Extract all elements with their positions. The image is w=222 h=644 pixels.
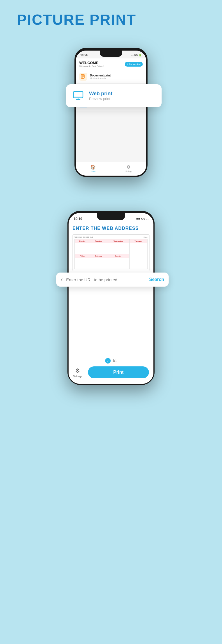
phone1-frame: 10:56 ▪▪▪ 5G 🔋 WELCOME Welcome to East P…: [74, 48, 148, 177]
battery-icon: 🔋: [139, 54, 142, 56]
phone2-section: ‹ Search 10:19 ⠿⠿ 5G ▭ ENTER THE WEB ADD…: [67, 211, 155, 402]
page-indicator: ✓ 1/1: [73, 358, 149, 364]
settings-label: Settings: [73, 375, 82, 378]
col-saturday: Saturday: [90, 254, 107, 258]
tab-home[interactable]: 🏠 Home: [90, 164, 96, 172]
col-monday: Monday: [75, 239, 90, 243]
webprint-text: Web print Preview print: [89, 91, 112, 101]
schedule-container: WEEKLY SCHEDULE Date: Monday Tuesday Wed…: [73, 234, 149, 271]
schedule-header: WEEKLY SCHEDULE Date:: [74, 236, 148, 238]
page-title: PICTURE PRINT: [17, 11, 136, 28]
welcome-text: WELCOME Welcome to East Printer!: [79, 61, 104, 67]
phone2-notch: [97, 213, 125, 220]
webprint-popup: Web print Preview print: [66, 84, 162, 107]
phone2-time: 10:19: [74, 217, 82, 221]
webprint-title: Web print: [89, 91, 112, 97]
enter-web-title: ENTER THE WEB ADDRESS: [73, 226, 149, 231]
setting-icon: ⚙: [126, 164, 130, 170]
schedule-table: Monday Tuesday Wednesday Thursday: [74, 239, 148, 269]
cell-sun: [107, 258, 129, 269]
phone1-notch: [100, 51, 122, 57]
col-empty: [129, 254, 147, 258]
document-sub: Multiple formats: [90, 77, 111, 80]
check-circle-icon: ✓: [105, 358, 111, 364]
tab-home-label: Home: [91, 170, 96, 172]
document-title: Document print: [90, 74, 111, 77]
col-thursday: Thursday: [129, 239, 147, 243]
col-friday: Friday: [75, 254, 90, 258]
schedule-label: WEEKLY SCHEDULE: [74, 236, 93, 238]
cell-fri: [75, 258, 90, 269]
cell-thu: [129, 243, 147, 254]
phone2-bottom: ✓ 1/1 ⚙ Settings Print: [69, 355, 153, 384]
connected-button[interactable]: + Connected: [125, 62, 143, 67]
webprint-subtitle: Preview print: [89, 97, 112, 101]
phone2-content: ENTER THE WEB ADDRESS WEEKLY SCHEDULE Da…: [69, 222, 153, 278]
document-text: Document print Multiple formats: [90, 74, 111, 80]
phone2-status-right: ⠿⠿ 5G ▭: [136, 218, 148, 221]
welcome-heading: WELCOME: [79, 61, 104, 65]
cell-tue: [90, 243, 107, 254]
menu-item-document[interactable]: Document print Multiple formats: [76, 70, 146, 84]
signal-icon: ▪▪▪: [131, 54, 133, 56]
phone1-status-right: ▪▪▪ 5G 🔋: [131, 54, 142, 56]
phone2-frame: 10:19 ⠿⠿ 5G ▭ ENTER THE WEB ADDRESS WEEK…: [67, 211, 155, 385]
col-wednesday: Wednesday: [107, 239, 129, 243]
document-icon: [79, 73, 87, 81]
cell-empty: [129, 258, 147, 269]
phone1-section: Web print Preview print 10:56 ▪▪▪ 5G 🔋 W…: [58, 37, 164, 188]
settings-gear-icon: ⚙: [75, 367, 80, 374]
settings-item[interactable]: ⚙ Settings: [73, 367, 82, 378]
row1: [75, 243, 148, 254]
phone1-tab-bar: 🏠 Home ⚙ Setting: [76, 162, 146, 176]
search-button[interactable]: Search: [149, 277, 164, 282]
page-number: 1/1: [112, 359, 117, 363]
webprint-icon: [72, 89, 85, 102]
cell-sat: [90, 258, 107, 269]
print-button[interactable]: Print: [88, 366, 149, 378]
home-icon: 🏠: [90, 164, 96, 170]
battery2-icon: ▭: [146, 218, 148, 221]
phone2-screen: 10:19 ⠿⠿ 5G ▭ ENTER THE WEB ADDRESS WEEK…: [69, 213, 153, 384]
col-tuesday: Tuesday: [90, 239, 107, 243]
svg-rect-0: [73, 92, 83, 98]
network-type: 5G: [134, 54, 138, 56]
tab-setting[interactable]: ⚙ Setting: [125, 164, 132, 172]
bottom-bar: ⚙ Settings Print: [73, 366, 149, 378]
back-button[interactable]: ‹: [61, 276, 63, 283]
phone1-header: WELCOME Welcome to East Printer! + Conne…: [76, 58, 146, 70]
welcome-sub: Welcome to East Printer!: [79, 65, 104, 67]
phone1-time: 10:56: [80, 54, 88, 57]
tab-setting-label: Setting: [125, 170, 132, 172]
row2: [75, 258, 148, 269]
col-sunday: Sunday: [107, 254, 129, 258]
search-bar-popup: ‹ Search: [56, 273, 169, 287]
schedule-date: Date:: [144, 236, 148, 238]
network-5g: 5G: [141, 218, 145, 221]
signal-dots-icon: ⠿⠿: [136, 218, 140, 221]
cell-mon: [75, 243, 90, 254]
phone1-screen: 10:56 ▪▪▪ 5G 🔋 WELCOME Welcome to East P…: [76, 51, 146, 176]
cell-wed: [107, 243, 129, 254]
url-input[interactable]: [66, 277, 146, 282]
